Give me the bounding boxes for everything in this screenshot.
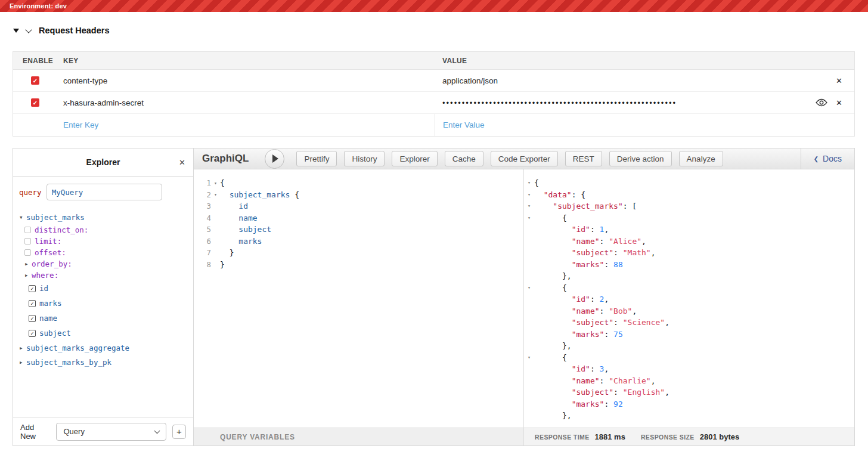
tree-root-field[interactable]: ▾subject_marks [19,210,193,224]
close-explorer-icon[interactable]: ✕ [179,158,185,167]
fold-arrow-icon[interactable]: ▾ [211,180,220,186]
query-variables-bar[interactable]: QUERY VARIABLES [194,428,523,445]
toolbar-button-explorer[interactable]: Explorer [392,151,437,166]
code-token [534,248,572,257]
code-token: "data" [544,190,572,199]
code-token: : [613,318,623,327]
fold-arrow-icon [524,293,534,305]
fold-arrow-icon[interactable]: ▾ [524,352,534,364]
triangle-right-icon[interactable]: ▸ [19,344,26,352]
tree-field-name[interactable]: ✓name [19,311,193,326]
code-token: : [604,260,613,269]
fold-arrow-icon [524,363,534,375]
fold-arrow-icon[interactable]: ▾ [524,177,534,189]
docs-toggle-button[interactable]: ❮ Docs [801,148,854,169]
response-line: "name": "Bob", [534,305,854,317]
header-enabled-checkbox[interactable]: ✓ [31,76,39,85]
graphiql-content: 1▾2▾345678 { subject_marks { id name sub… [194,169,854,445]
remove-header-icon[interactable]: ✕ [836,76,842,85]
new-header-value-input[interactable]: Enter Value [435,114,854,136]
fold-arrow-icon[interactable]: ▾ [211,191,220,197]
editor-code[interactable]: { subject_marks { id name subject marks … [220,177,523,428]
code-token: "Bob" [609,307,632,315]
code-token: , [665,388,669,397]
toolbar-button-analyze[interactable]: Analyze [679,151,723,166]
fold-arrow-icon[interactable]: ▾ [524,282,534,294]
toolbar-button-prettify[interactable]: Prettify [296,151,337,166]
environment-banner: Environment: dev [0,0,868,12]
triangle-right-icon[interactable]: ▸ [24,260,32,268]
tree-root-subject_marks_aggregate[interactable]: ▸subject_marks_aggregate [19,341,193,355]
chevron-down-icon[interactable] [25,26,32,33]
add-operation-button[interactable]: + [172,425,186,439]
line-number: 4 [206,213,211,222]
new-header-key-input[interactable]: Enter Key [63,114,435,136]
code-line: subject [220,224,523,236]
checkbox-checked[interactable]: ✓ [29,285,36,292]
query-editor[interactable]: 1▾2▾345678 { subject_marks { id name sub… [194,169,523,428]
tree-field-id[interactable]: ✓id [19,281,193,296]
tree-root-subject_marks_by_pk[interactable]: ▸subject_marks_by_pk [19,355,193,369]
tree-field-subject[interactable]: ✓subject [19,326,193,341]
toolbar-button-history[interactable]: History [344,151,385,166]
fold-arrow-icon[interactable]: ▾ [524,200,534,212]
code-token [220,225,238,234]
code-token: : [613,248,623,257]
code-line: } [220,259,523,271]
code-token: { [290,190,299,199]
header-value-text: application/json [442,76,498,85]
checkbox-checked[interactable]: ✓ [29,315,36,322]
toolbar-button-code-exporter[interactable]: Code Exporter [491,151,558,166]
tree-field-marks[interactable]: ✓marks [19,296,193,311]
enable-cell: ✓ [13,70,63,91]
toolbar-button-rest[interactable]: REST [565,151,602,166]
code-token [534,364,572,373]
collapse-triangle-icon[interactable] [13,29,19,33]
explorer-body: query ▾subject_marksdistinct_on:limit:of… [13,177,193,417]
header-key: x-hasura-admin-secret [63,92,435,113]
fold-arrow-icon[interactable]: ▾ [524,212,534,224]
tree-arg-offset[interactable]: offset: [19,247,193,258]
toolbar-button-derive-action[interactable]: Derive action [609,151,672,166]
tree-arg-order_by[interactable]: ▸order_by: [19,258,193,270]
line-number: 8 [206,260,211,269]
explorer-tree: ▾subject_marksdistinct_on:limit:offset:▸… [19,210,193,369]
editor-gutter-row: 4 [194,212,220,224]
argument-label: distinct_on: [35,225,88,234]
checkbox-checked[interactable]: ✓ [29,300,36,307]
request-headers-header[interactable]: Request Headers [13,26,109,35]
code-token: "subject" [572,388,613,397]
tree-arg-limit[interactable]: limit: [19,236,193,247]
execute-query-button[interactable] [265,149,284,169]
response-size-value: 2801 bytes [700,432,740,441]
code-token: "subject" [572,248,613,257]
code-token: "id" [572,295,590,304]
code-token [534,330,572,339]
query-name-input[interactable] [46,184,162,200]
response-time-value: 1881 ms [595,432,625,441]
operation-type-select[interactable]: Query [56,423,166,441]
fold-arrow-icon [524,305,534,317]
tree-arg-where[interactable]: ▸where: [19,270,193,281]
eye-icon[interactable] [816,98,827,107]
code-token: "marks" [572,260,604,269]
triangle-right-icon[interactable]: ▸ [19,358,26,366]
tree-arg-distinct_on[interactable]: distinct_on: [19,224,193,236]
code-token: , [651,376,656,385]
code-token: : [590,364,600,373]
response-footer: RESPONSE TIME 1881 ms RESPONSE SIZE 2801… [524,428,854,445]
fold-arrow-icon [524,340,534,352]
editor-gutter-row: 5 [194,224,220,236]
response-line: }, [534,340,854,352]
remove-header-icon[interactable]: ✕ [836,98,842,107]
checkbox-unchecked[interactable] [24,249,31,256]
code-token: { [534,283,567,292]
fold-arrow-icon[interactable]: ▾ [524,189,534,201]
checkbox-unchecked[interactable] [24,238,31,245]
fold-arrow-icon [524,317,534,329]
header-enabled-checkbox[interactable]: ✓ [31,98,39,107]
triangle-right-icon[interactable]: ▸ [24,271,32,279]
checkbox-unchecked[interactable] [24,227,31,233]
toolbar-button-cache[interactable]: Cache [445,151,483,166]
checkbox-checked[interactable]: ✓ [29,330,36,337]
